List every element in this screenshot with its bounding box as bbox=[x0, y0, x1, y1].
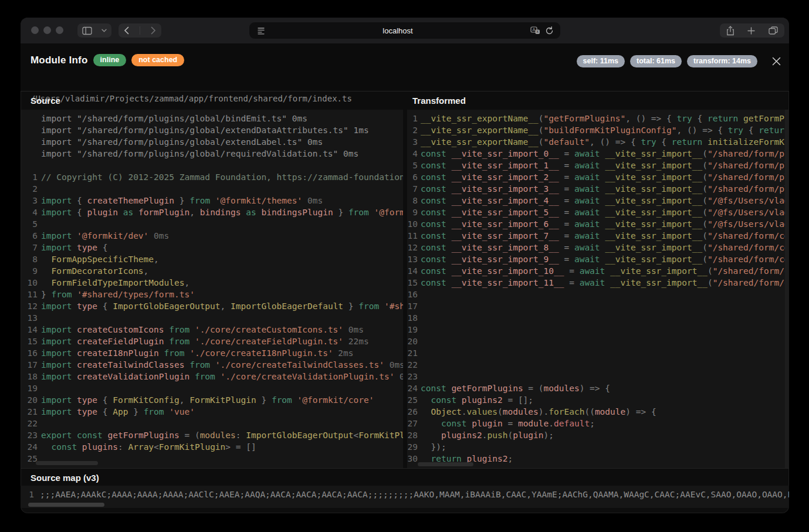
code-line: 16 bbox=[407, 289, 789, 300]
line-number: 4 bbox=[407, 148, 418, 160]
line-number: 20 bbox=[21, 394, 38, 406]
code-line: 28 plugins2.push(plugin); bbox=[407, 429, 789, 441]
line-number: 24 bbox=[21, 441, 38, 453]
line-number: 13 bbox=[407, 253, 418, 265]
line-number: 8 bbox=[407, 195, 418, 206]
reader-mode-icon[interactable] bbox=[257, 27, 265, 35]
code-text: import { plugin as formPlugin, bindings … bbox=[41, 208, 403, 217]
code-line: 9const __vite_ssr_import_5__ = await __v… bbox=[407, 206, 789, 218]
new-tab-icon[interactable] bbox=[747, 27, 755, 35]
code-text: const __vite_ssr_import_8__ = await __vi… bbox=[421, 243, 789, 252]
line-number: 13 bbox=[21, 312, 38, 324]
module-info-header: Module Info inlinenot cached self: 11mst… bbox=[21, 43, 789, 91]
line-number: 12 bbox=[407, 242, 418, 253]
code-line: 23export const getFormPlugins = (modules… bbox=[21, 429, 403, 441]
sourcemap-horizontal-scrollbar[interactable] bbox=[28, 503, 104, 507]
line-number: 21 bbox=[21, 406, 38, 418]
code-line: 2__vite_ssr_exportName__("buildFormKitPl… bbox=[407, 124, 789, 136]
sidebar-icon bbox=[82, 26, 92, 35]
code-line: 19 bbox=[407, 324, 789, 336]
code-line: 3__vite_ssr_exportName__("default", () =… bbox=[407, 136, 789, 148]
code-line: 17import createTailwindClasses from './c… bbox=[21, 359, 403, 371]
line-number: 19 bbox=[407, 324, 418, 336]
back-button[interactable] bbox=[124, 26, 129, 35]
translate-icon[interactable]: A x bbox=[530, 26, 540, 35]
panels-row: Source import "/shared/form/plugins/glob… bbox=[21, 91, 789, 469]
code-text: const __vite_ssr_import_7__ = await __vi… bbox=[421, 231, 789, 240]
line-number: 6 bbox=[407, 171, 418, 183]
tab-overview-icon[interactable] bbox=[769, 26, 778, 35]
svg-text:A: A bbox=[532, 27, 535, 32]
transformed-panel-title: Transformed bbox=[407, 92, 789, 110]
line-number: 24 bbox=[407, 382, 418, 394]
close-icon[interactable] bbox=[772, 57, 781, 66]
source-horizontal-scrollbar[interactable] bbox=[36, 461, 98, 465]
line-number: 5 bbox=[21, 218, 38, 230]
code-line: 10const __vite_ssr_import_6__ = await __… bbox=[407, 218, 789, 230]
sidebar-toggle-button[interactable] bbox=[77, 23, 111, 38]
line-number: 11 bbox=[21, 289, 38, 300]
code-text: const __vite_ssr_import_1__ = await __vi… bbox=[421, 161, 789, 170]
code-text: import { createThemePlugin } from '@form… bbox=[41, 196, 323, 205]
code-line: 12import type { ImportGlobEagerOutput, I… bbox=[21, 300, 403, 312]
code-line: 12const __vite_ssr_import_8__ = await __… bbox=[407, 242, 789, 253]
transformed-horizontal-scrollbar[interactable] bbox=[418, 462, 473, 466]
line-number: 30 bbox=[407, 453, 418, 465]
code-line: 11} from '#shared/types/form.ts' bbox=[21, 289, 403, 300]
code-text: }); bbox=[421, 442, 446, 452]
code-line bbox=[21, 160, 403, 171]
address-bar[interactable]: localhost A x bbox=[249, 22, 560, 39]
code-text: const plugins2 = []; bbox=[421, 395, 533, 405]
forward-button[interactable] bbox=[151, 26, 156, 35]
line-number: 27 bbox=[407, 418, 418, 429]
line-number: 22 bbox=[407, 359, 418, 371]
line-number: 17 bbox=[407, 300, 418, 312]
transformed-code-editor[interactable]: 1__vite_ssr_exportName__("getFormPlugins… bbox=[407, 110, 789, 468]
line-number: 10 bbox=[21, 277, 38, 289]
line-number: 23 bbox=[407, 371, 418, 382]
code-line: 24const getFormPlugins = (modules) => { bbox=[407, 382, 789, 394]
line-number: 5 bbox=[407, 160, 418, 171]
code-line: 16import createI18nPlugin from './core/c… bbox=[21, 347, 403, 359]
code-text: plugins2.push(plugin); bbox=[421, 431, 554, 440]
code-text: import createFieldPlugin from './core/cr… bbox=[41, 337, 369, 346]
line-number: 15 bbox=[407, 277, 418, 289]
line-number: 23 bbox=[21, 429, 38, 441]
traffic-light-minimize-button[interactable] bbox=[43, 26, 51, 34]
transformed-vertical-scrollbar[interactable] bbox=[785, 110, 789, 468]
timing-badge: self: 11ms bbox=[577, 55, 625, 67]
code-line: 26 Object.values(modules).forEach((modul… bbox=[407, 406, 789, 418]
line-number: 28 bbox=[407, 429, 418, 441]
code-line: 25 const plugins2 = []; bbox=[407, 394, 789, 406]
timing-metrics: self: 11mstotal: 61mstransform: 14ms bbox=[577, 55, 757, 67]
code-line: 14const __vite_ssr_import_10__ = await _… bbox=[407, 265, 789, 277]
line-number: 17 bbox=[21, 359, 38, 371]
line-number: 7 bbox=[21, 242, 38, 253]
window-actions bbox=[720, 23, 784, 38]
traffic-light-close-button[interactable] bbox=[31, 26, 39, 34]
code-text: const __vite_ssr_import_6__ = await __vi… bbox=[421, 219, 789, 229]
url-text[interactable]: localhost bbox=[265, 26, 530, 35]
code-text: FormAppSpecificTheme, bbox=[41, 255, 159, 264]
code-line: 19 bbox=[21, 382, 403, 394]
sourcemap-editor[interactable]: 1;;;AAEA;AAAkC;AAAA;AAAA;AAAA;AAClC;AAEA… bbox=[21, 486, 789, 508]
share-icon[interactable] bbox=[726, 26, 734, 36]
code-line: import "/shared/form/plugins/global/bind… bbox=[21, 113, 403, 124]
reload-icon[interactable] bbox=[545, 26, 554, 35]
line-number: 25 bbox=[407, 394, 418, 406]
code-line: 14import createCustomIcons from './core/… bbox=[21, 324, 403, 336]
nav-divider bbox=[140, 26, 140, 35]
code-line: 27 const plugin = module.default; bbox=[407, 418, 789, 429]
line-number: 11 bbox=[407, 230, 418, 242]
page-title: Module Info bbox=[31, 55, 88, 66]
code-text: import type { ImportGlobEagerOutput, Imp… bbox=[41, 301, 403, 311]
traffic-light-zoom-button[interactable] bbox=[56, 26, 63, 34]
code-text: const __vite_ssr_import_11__ = await __v… bbox=[421, 278, 789, 287]
code-text: const __vite_ssr_import_5__ = await __vi… bbox=[421, 208, 789, 217]
sourcemap-title: Source map (v3) bbox=[31, 473, 99, 483]
source-code-editor[interactable]: import "/shared/form/plugins/global/bind… bbox=[21, 110, 403, 468]
code-text: } from '#shared/types/form.ts' bbox=[41, 290, 195, 299]
code-text: const __vite_ssr_import_3__ = await __vi… bbox=[421, 184, 789, 194]
code-text: ;;;AAEA;AAAkC;AAAA;AAAA;AAAA;AAClC;AAEA;… bbox=[40, 490, 789, 499]
timing-badge: total: 61ms bbox=[630, 55, 682, 67]
